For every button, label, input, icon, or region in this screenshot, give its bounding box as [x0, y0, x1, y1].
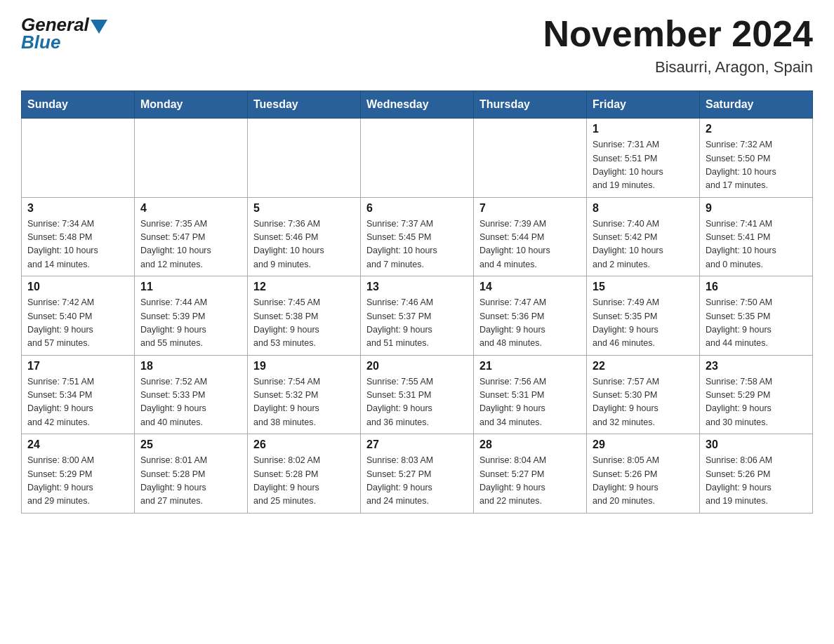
- logo: General Blue: [21, 14, 107, 53]
- calendar-day-cell: 7Sunrise: 7:39 AMSunset: 5:44 PMDaylight…: [474, 197, 587, 276]
- day-info: Sunrise: 7:57 AMSunset: 5:30 PMDaylight:…: [593, 375, 694, 430]
- day-info: Sunrise: 7:56 AMSunset: 5:31 PMDaylight:…: [479, 375, 581, 430]
- day-info: Sunrise: 7:55 AMSunset: 5:31 PMDaylight:…: [366, 375, 468, 430]
- day-info: Sunrise: 7:39 AMSunset: 5:44 PMDaylight:…: [479, 217, 581, 272]
- calendar-day-cell: [135, 119, 248, 198]
- title-section: November 2024 Bisaurri, Aragon, Spain: [543, 14, 813, 76]
- day-info: Sunrise: 7:34 AMSunset: 5:48 PMDaylight:…: [27, 217, 128, 272]
- calendar-header-tuesday: Tuesday: [248, 91, 361, 119]
- calendar-day-cell: 4Sunrise: 7:35 AMSunset: 5:47 PMDaylight…: [135, 197, 248, 276]
- day-info: Sunrise: 7:46 AMSunset: 5:37 PMDaylight:…: [366, 296, 468, 351]
- logo-blue-text: Blue: [21, 32, 60, 53]
- calendar-day-cell: 24Sunrise: 8:00 AMSunset: 5:29 PMDayligh…: [22, 434, 135, 514]
- day-number: 19: [253, 360, 355, 373]
- day-info: Sunrise: 7:41 AMSunset: 5:41 PMDaylight:…: [706, 217, 807, 272]
- calendar-day-cell: 2Sunrise: 7:32 AMSunset: 5:50 PMDaylight…: [700, 119, 813, 198]
- month-title: November 2024: [543, 14, 813, 54]
- calendar-day-cell: [248, 119, 361, 198]
- calendar-header-friday: Friday: [587, 91, 700, 119]
- calendar-table: SundayMondayTuesdayWednesdayThursdayFrid…: [21, 90, 813, 514]
- day-info: Sunrise: 7:54 AMSunset: 5:32 PMDaylight:…: [253, 375, 355, 430]
- calendar-day-cell: 5Sunrise: 7:36 AMSunset: 5:46 PMDaylight…: [248, 197, 361, 276]
- calendar-day-cell: 16Sunrise: 7:50 AMSunset: 5:35 PMDayligh…: [700, 276, 813, 356]
- day-number: 27: [366, 438, 468, 451]
- day-info: Sunrise: 8:00 AMSunset: 5:29 PMDaylight:…: [27, 454, 128, 509]
- calendar-header-thursday: Thursday: [474, 91, 587, 119]
- calendar-day-cell: 26Sunrise: 8:02 AMSunset: 5:28 PMDayligh…: [248, 434, 361, 514]
- day-number: 18: [140, 360, 241, 373]
- calendar-header-wednesday: Wednesday: [361, 91, 474, 119]
- day-number: 7: [479, 202, 581, 215]
- day-info: Sunrise: 7:50 AMSunset: 5:35 PMDaylight:…: [706, 296, 807, 351]
- page-header: General Blue November 2024 Bisaurri, Ara…: [21, 14, 813, 76]
- day-number: 5: [253, 202, 355, 215]
- day-info: Sunrise: 7:32 AMSunset: 5:50 PMDaylight:…: [706, 138, 807, 193]
- calendar-week-row: 3Sunrise: 7:34 AMSunset: 5:48 PMDaylight…: [22, 197, 813, 276]
- calendar-day-cell: 9Sunrise: 7:41 AMSunset: 5:41 PMDaylight…: [700, 197, 813, 276]
- day-number: 4: [140, 202, 241, 215]
- calendar-week-row: 1Sunrise: 7:31 AMSunset: 5:51 PMDaylight…: [22, 119, 813, 198]
- day-number: 16: [706, 281, 807, 293]
- day-number: 21: [479, 360, 581, 373]
- day-number: 10: [27, 281, 128, 293]
- day-number: 17: [27, 360, 128, 373]
- day-info: Sunrise: 7:44 AMSunset: 5:39 PMDaylight:…: [140, 296, 241, 351]
- calendar-week-row: 24Sunrise: 8:00 AMSunset: 5:29 PMDayligh…: [22, 434, 813, 514]
- calendar-week-row: 10Sunrise: 7:42 AMSunset: 5:40 PMDayligh…: [22, 276, 813, 356]
- day-info: Sunrise: 7:40 AMSunset: 5:42 PMDaylight:…: [593, 217, 694, 272]
- calendar-day-cell: [22, 119, 135, 198]
- location-subtitle: Bisaurri, Aragon, Spain: [543, 58, 813, 76]
- day-info: Sunrise: 8:06 AMSunset: 5:26 PMDaylight:…: [706, 454, 807, 509]
- day-number: 26: [253, 438, 355, 451]
- calendar-day-cell: 29Sunrise: 8:05 AMSunset: 5:26 PMDayligh…: [587, 434, 700, 514]
- day-info: Sunrise: 7:47 AMSunset: 5:36 PMDaylight:…: [479, 296, 581, 351]
- day-info: Sunrise: 8:04 AMSunset: 5:27 PMDaylight:…: [479, 454, 581, 509]
- calendar-day-cell: 14Sunrise: 7:47 AMSunset: 5:36 PMDayligh…: [474, 276, 587, 356]
- calendar-day-cell: 17Sunrise: 7:51 AMSunset: 5:34 PMDayligh…: [22, 355, 135, 434]
- calendar-day-cell: 6Sunrise: 7:37 AMSunset: 5:45 PMDaylight…: [361, 197, 474, 276]
- calendar-day-cell: 25Sunrise: 8:01 AMSunset: 5:28 PMDayligh…: [135, 434, 248, 514]
- calendar-day-cell: 11Sunrise: 7:44 AMSunset: 5:39 PMDayligh…: [135, 276, 248, 356]
- day-info: Sunrise: 7:37 AMSunset: 5:45 PMDaylight:…: [366, 217, 468, 272]
- day-info: Sunrise: 7:35 AMSunset: 5:47 PMDaylight:…: [140, 217, 241, 272]
- day-info: Sunrise: 7:42 AMSunset: 5:40 PMDaylight:…: [27, 296, 128, 351]
- calendar-day-cell: 30Sunrise: 8:06 AMSunset: 5:26 PMDayligh…: [700, 434, 813, 514]
- day-info: Sunrise: 8:01 AMSunset: 5:28 PMDaylight:…: [140, 454, 241, 509]
- calendar-day-cell: 1Sunrise: 7:31 AMSunset: 5:51 PMDaylight…: [587, 119, 700, 198]
- calendar-day-cell: 23Sunrise: 7:58 AMSunset: 5:29 PMDayligh…: [700, 355, 813, 434]
- day-number: 24: [27, 438, 128, 451]
- day-number: 15: [593, 281, 694, 293]
- calendar-day-cell: 21Sunrise: 7:56 AMSunset: 5:31 PMDayligh…: [474, 355, 587, 434]
- day-number: 11: [140, 281, 241, 293]
- day-number: 25: [140, 438, 241, 451]
- calendar-day-cell: 27Sunrise: 8:03 AMSunset: 5:27 PMDayligh…: [361, 434, 474, 514]
- calendar-day-cell: 15Sunrise: 7:49 AMSunset: 5:35 PMDayligh…: [587, 276, 700, 356]
- day-info: Sunrise: 7:36 AMSunset: 5:46 PMDaylight:…: [253, 217, 355, 272]
- calendar-day-cell: 13Sunrise: 7:46 AMSunset: 5:37 PMDayligh…: [361, 276, 474, 356]
- day-number: 23: [706, 360, 807, 373]
- calendar-day-cell: 19Sunrise: 7:54 AMSunset: 5:32 PMDayligh…: [248, 355, 361, 434]
- day-info: Sunrise: 8:02 AMSunset: 5:28 PMDaylight:…: [253, 454, 355, 509]
- calendar-day-cell: 8Sunrise: 7:40 AMSunset: 5:42 PMDaylight…: [587, 197, 700, 276]
- day-number: 3: [27, 202, 128, 215]
- day-number: 2: [706, 123, 807, 135]
- day-number: 28: [479, 438, 581, 451]
- day-number: 14: [479, 281, 581, 293]
- day-number: 20: [366, 360, 468, 373]
- calendar-week-row: 17Sunrise: 7:51 AMSunset: 5:34 PMDayligh…: [22, 355, 813, 434]
- calendar-day-cell: [474, 119, 587, 198]
- day-number: 9: [706, 202, 807, 215]
- day-number: 22: [593, 360, 694, 373]
- calendar-day-cell: 18Sunrise: 7:52 AMSunset: 5:33 PMDayligh…: [135, 355, 248, 434]
- logo-triangle-icon: [91, 20, 107, 34]
- day-info: Sunrise: 7:31 AMSunset: 5:51 PMDaylight:…: [593, 138, 694, 193]
- day-info: Sunrise: 8:05 AMSunset: 5:26 PMDaylight:…: [593, 454, 694, 509]
- day-info: Sunrise: 7:45 AMSunset: 5:38 PMDaylight:…: [253, 296, 355, 351]
- day-number: 1: [593, 123, 694, 135]
- calendar-day-cell: 28Sunrise: 8:04 AMSunset: 5:27 PMDayligh…: [474, 434, 587, 514]
- calendar-header-saturday: Saturday: [700, 91, 813, 119]
- calendar-day-cell: [361, 119, 474, 198]
- day-number: 29: [593, 438, 694, 451]
- day-number: 13: [366, 281, 468, 293]
- calendar-header-row: SundayMondayTuesdayWednesdayThursdayFrid…: [22, 91, 813, 119]
